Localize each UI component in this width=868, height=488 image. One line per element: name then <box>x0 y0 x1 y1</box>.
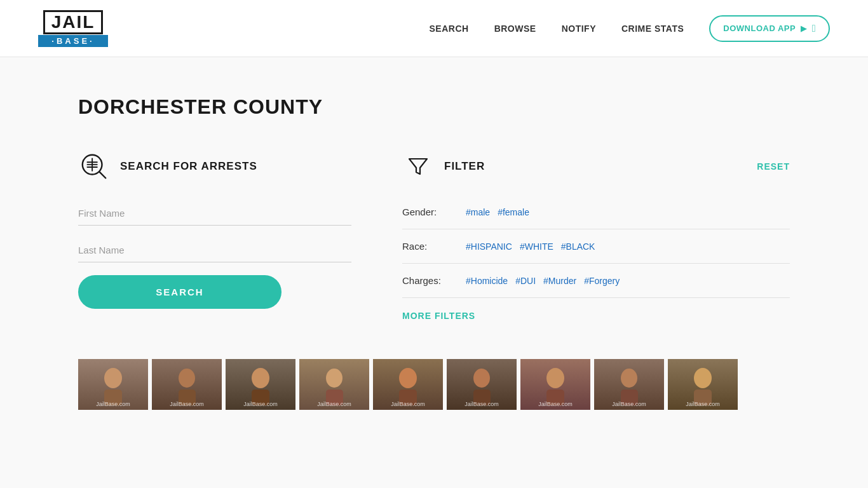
charges-label: Charges: <box>402 275 453 286</box>
filter-column: FILTER RESET Gender: #male #female Race:… <box>402 151 790 321</box>
search-section-title: SEARCH FOR ARRESTS <box>120 160 257 173</box>
mugshot-card-3[interactable]: JailBase.com <box>226 359 295 410</box>
mugshot-label-4: JailBase.com <box>299 401 369 407</box>
apple-icon:  <box>812 23 816 34</box>
last-name-input[interactable] <box>78 238 351 262</box>
svg-point-14 <box>399 368 417 388</box>
mugshot-label-3: JailBase.com <box>226 401 295 407</box>
search-arrests-icon <box>78 151 110 182</box>
search-filter-row: SEARCH FOR ARRESTS SEARCH <box>78 151 790 321</box>
race-tags: #HISPANIC #WHITE #BLACK <box>466 241 595 252</box>
mugshot-card-6[interactable]: JailBase.com <box>447 359 517 410</box>
nav-crime-stats[interactable]: CRIME STATS <box>621 24 684 34</box>
svg-point-22 <box>694 368 712 388</box>
race-filter-row: Race: #HISPANIC #WHITE #BLACK <box>402 229 790 264</box>
charges-tag-dui[interactable]: #DUI <box>515 276 536 286</box>
nav-browse[interactable]: BROWSE <box>494 24 536 34</box>
charges-tag-homicide[interactable]: #Homicide <box>466 276 508 286</box>
charges-tag-forgery[interactable]: #Forgery <box>584 276 620 286</box>
svg-point-8 <box>179 369 195 388</box>
logo[interactable]: JAIL ·BASE· <box>38 10 108 47</box>
mugshot-label-7: JailBase.com <box>520 401 590 407</box>
svg-point-20 <box>621 369 637 388</box>
reset-button[interactable]: RESET <box>757 161 790 172</box>
mugshot-label-9: JailBase.com <box>668 401 738 407</box>
search-column: SEARCH FOR ARRESTS SEARCH <box>78 151 351 309</box>
charges-tags: #Homicide #DUI #Murder #Forgery <box>466 276 620 286</box>
main-nav: SEARCH BROWSE NOTIFY CRIME STATS DOWNLOA… <box>430 15 830 42</box>
svg-line-1 <box>100 172 106 179</box>
charges-tag-murder[interactable]: #Murder <box>543 276 576 286</box>
filter-icon <box>402 151 434 182</box>
svg-point-18 <box>546 368 564 388</box>
mugshot-card-8[interactable]: JailBase.com <box>594 359 664 410</box>
gender-tag-male[interactable]: #male <box>466 207 490 217</box>
mugshot-label-2: JailBase.com <box>152 401 222 407</box>
mugshot-card-5[interactable]: JailBase.com <box>373 359 443 410</box>
county-title: DORCHESTER COUNTY <box>78 95 790 119</box>
mugshot-label-8: JailBase.com <box>594 401 664 407</box>
first-name-input[interactable] <box>78 201 351 226</box>
race-tag-white[interactable]: #WHITE <box>520 241 553 252</box>
main-content: DORCHESTER COUNTY <box>53 57 815 435</box>
first-name-field <box>78 201 351 226</box>
gender-tags: #male #female <box>466 207 529 217</box>
header: JAIL ·BASE· SEARCH BROWSE NOTIFY CRIME S… <box>0 0 868 57</box>
mugshot-label-5: JailBase.com <box>373 401 443 407</box>
mugshot-card-2[interactable]: JailBase.com <box>152 359 222 410</box>
mugshot-card-1[interactable]: JailBase.com <box>78 359 148 410</box>
charges-filter-row: Charges: #Homicide #DUI #Murder #Forgery <box>402 264 790 298</box>
play-icon: ▶ <box>801 24 807 33</box>
race-tag-hispanic[interactable]: #HISPANIC <box>466 241 512 252</box>
filter-header-left: FILTER <box>402 151 485 182</box>
filter-header: FILTER RESET <box>402 151 790 182</box>
mugshot-label-6: JailBase.com <box>447 401 517 407</box>
nav-search[interactable]: SEARCH <box>430 24 469 34</box>
svg-point-12 <box>326 369 342 388</box>
download-app-button[interactable]: DOWNLOAD APP ▶  <box>709 15 830 42</box>
svg-point-16 <box>473 369 490 388</box>
more-filters-button[interactable]: MORE FILTERS <box>402 311 475 321</box>
search-button[interactable]: SEARCH <box>78 275 281 309</box>
last-name-field <box>78 238 351 262</box>
gender-label: Gender: <box>402 207 453 217</box>
search-section-header: SEARCH FOR ARRESTS <box>78 151 351 182</box>
mugshot-card-9[interactable]: JailBase.com <box>668 359 738 410</box>
svg-point-10 <box>252 368 269 388</box>
logo-base-text: ·BASE· <box>38 35 108 47</box>
mugshot-card-7[interactable]: JailBase.com <box>520 359 590 410</box>
mugshot-label-1: JailBase.com <box>78 401 148 407</box>
gender-filter-row: Gender: #male #female <box>402 195 790 229</box>
mugshot-card-4[interactable]: JailBase.com <box>299 359 369 410</box>
svg-point-6 <box>104 368 122 388</box>
race-label: Race: <box>402 241 453 252</box>
race-tag-black[interactable]: #BLACK <box>561 241 595 252</box>
mugshots-row: JailBase.com JailBase.com JailBase.com <box>78 359 790 410</box>
logo-jail-text: JAIL <box>43 10 104 34</box>
gender-tag-female[interactable]: #female <box>498 207 529 217</box>
nav-notify[interactable]: NOTIFY <box>562 24 596 34</box>
filter-section-title: FILTER <box>444 160 485 173</box>
